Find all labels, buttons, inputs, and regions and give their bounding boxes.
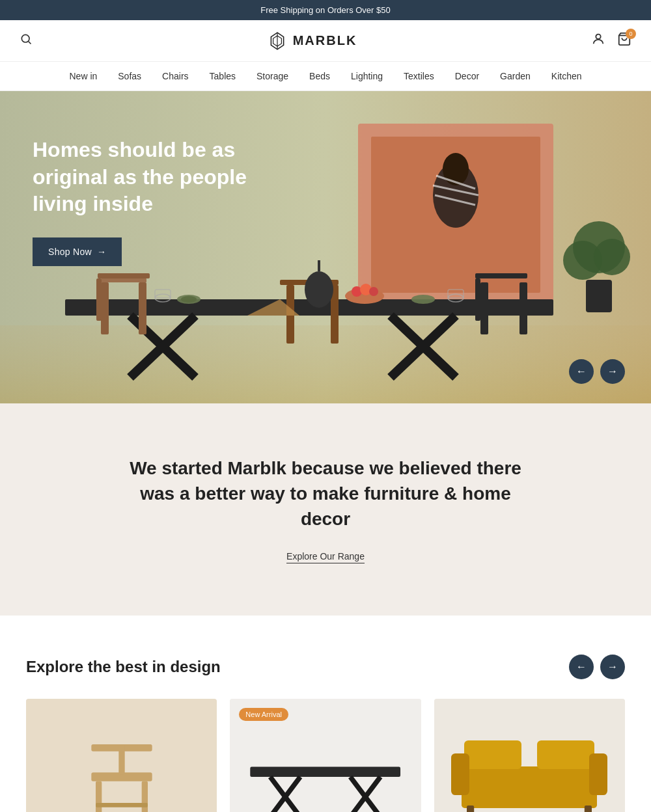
hero-text-block: Homes should be as original as the peopl… <box>33 137 293 266</box>
banner-text: Free Shipping on Orders Over $50 <box>260 5 390 15</box>
hero-headline: Homes should be as original as the peopl… <box>33 137 293 218</box>
svg-rect-55 <box>141 781 147 812</box>
svg-rect-67 <box>451 753 469 795</box>
product-card-1-image <box>26 699 217 812</box>
design-section-header: Explore the best in design ← → <box>26 655 625 679</box>
svg-point-49 <box>594 239 630 275</box>
hero-section: Homes should be as original as the peopl… <box>0 91 651 403</box>
svg-rect-69 <box>467 805 474 812</box>
nav-item-sofas[interactable]: Sofas <box>118 71 141 81</box>
nav-item-decor[interactable]: Decor <box>455 71 479 81</box>
nav-item-chairs[interactable]: Chairs <box>162 71 188 81</box>
design-prev-button[interactable]: ← <box>569 655 594 679</box>
account-icon <box>591 32 605 46</box>
header-right: 0 <box>591 32 631 49</box>
shop-now-arrow: → <box>97 247 106 257</box>
logo-text: MARBLK <box>293 33 357 48</box>
top-banner: Free Shipping on Orders Over $50 <box>0 0 651 20</box>
product-card-1[interactable] <box>26 699 217 812</box>
about-headline: We started Marblk because we believed th… <box>117 455 534 532</box>
product-card-2[interactable]: New Arrival <box>230 699 421 812</box>
svg-rect-8 <box>0 325 651 403</box>
svg-rect-31 <box>480 282 488 334</box>
cart-button[interactable]: 0 <box>617 32 631 49</box>
svg-rect-29 <box>475 273 527 278</box>
header-left <box>20 33 33 49</box>
design-next-icon: → <box>607 661 618 673</box>
svg-point-37 <box>305 271 333 308</box>
product-grid: New Arrival <box>26 699 625 812</box>
cart-badge: 0 <box>626 29 636 39</box>
header: MARBLK 0 <box>0 20 651 62</box>
svg-rect-21 <box>98 273 150 278</box>
svg-point-12 <box>443 153 469 185</box>
account-button[interactable] <box>591 32 605 49</box>
svg-rect-66 <box>537 769 594 792</box>
hero-next-button[interactable]: → <box>600 359 625 384</box>
table-svg <box>230 712 421 812</box>
main-nav: New in Sofas Chairs Tables Storage Beds … <box>0 62 651 91</box>
svg-rect-68 <box>589 753 607 795</box>
svg-rect-22 <box>101 278 146 282</box>
hero-prev-button[interactable]: ← <box>569 359 594 384</box>
svg-rect-32 <box>519 282 527 334</box>
svg-line-1 <box>29 42 31 44</box>
nav-item-new-in[interactable]: New in <box>69 71 97 81</box>
design-section-heading: Explore the best in design <box>26 658 221 676</box>
about-section: We started Marblk because we believed th… <box>0 403 651 616</box>
hero-carousel-nav: ← → <box>569 359 625 384</box>
svg-rect-56 <box>96 803 148 807</box>
product-card-2-image: New Arrival <box>230 699 421 812</box>
svg-rect-30 <box>475 278 480 321</box>
svg-rect-57 <box>251 766 401 776</box>
svg-rect-65 <box>464 769 521 792</box>
svg-point-36 <box>181 296 197 303</box>
design-prev-icon: ← <box>576 661 587 673</box>
nav-item-storage[interactable]: Storage <box>256 71 288 81</box>
product-card-3-image <box>434 699 625 812</box>
design-section: Explore the best in design ← → <box>0 616 651 812</box>
svg-rect-23 <box>101 282 109 334</box>
shop-now-button[interactable]: Shop Now → <box>33 237 122 266</box>
hero-next-icon: → <box>607 366 618 377</box>
nav-item-lighting[interactable]: Lighting <box>351 71 383 81</box>
hero-prev-icon: ← <box>576 366 587 377</box>
nav-item-tables[interactable]: Tables <box>210 71 236 81</box>
shop-now-label: Shop Now <box>48 247 92 257</box>
nav-item-beds[interactable]: Beds <box>309 71 330 81</box>
svg-rect-50 <box>586 280 612 312</box>
search-button[interactable] <box>20 33 33 49</box>
chair-svg <box>57 712 187 812</box>
product-card-3[interactable] <box>434 699 625 812</box>
svg-rect-54 <box>96 781 102 812</box>
svg-point-42 <box>369 287 378 296</box>
svg-rect-64 <box>537 740 594 769</box>
svg-point-43 <box>411 295 435 304</box>
svg-rect-63 <box>464 740 521 769</box>
search-icon <box>20 33 33 46</box>
nav-item-garden[interactable]: Garden <box>500 71 531 81</box>
svg-rect-53 <box>118 744 124 775</box>
svg-rect-70 <box>585 805 592 812</box>
svg-point-5 <box>596 34 600 39</box>
sofa-svg <box>451 718 607 812</box>
logo-area[interactable]: MARBLK <box>267 31 357 51</box>
design-next-button[interactable]: → <box>600 655 625 679</box>
svg-rect-25 <box>96 278 102 321</box>
nav-item-kitchen[interactable]: Kitchen <box>551 71 582 81</box>
design-carousel-nav: ← → <box>569 655 625 679</box>
explore-range-link[interactable]: Explore Our Range <box>286 551 365 563</box>
svg-point-0 <box>21 34 29 42</box>
logo-icon <box>267 31 288 51</box>
svg-rect-24 <box>139 282 146 334</box>
nav-item-textiles[interactable]: Textiles <box>404 71 434 81</box>
new-arrival-badge: New Arrival <box>239 708 288 721</box>
